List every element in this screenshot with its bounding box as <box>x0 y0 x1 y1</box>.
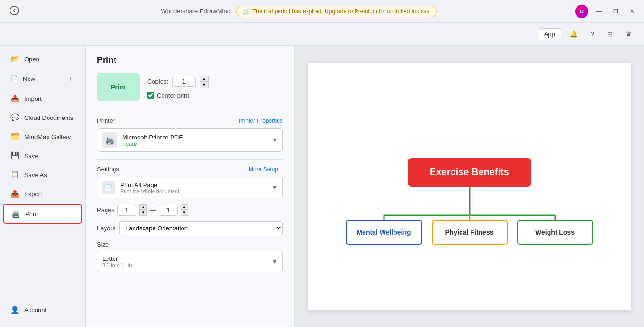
printer-info: Microsoft Print to PDF Ready <box>122 134 267 147</box>
center-print-checkbox[interactable] <box>147 92 154 99</box>
copies-section: Copies: ▲ ▼ Center print <box>147 76 209 99</box>
header-toolbar: App 🔔 ? ⊞ ♛ <box>0 23 644 46</box>
document-page: Exercise Benefits Mental Wellbeing Phyic… <box>308 63 631 310</box>
print-button-row: Print Copies: ▲ ▼ Center print <box>97 73 283 101</box>
pages-dash: — <box>150 207 156 214</box>
divider-1 <box>97 111 283 111</box>
sidebar-item-import-label: Import <box>24 95 42 102</box>
divider-2 <box>97 159 283 160</box>
cart-icon: 🛒 <box>242 8 250 15</box>
open-icon: 📂 <box>10 55 19 63</box>
crown-button[interactable]: ♛ <box>621 28 636 40</box>
center-print-row: Center print <box>147 92 209 99</box>
size-select-box[interactable]: Letter 8.5 in x 11 in ▼ <box>97 251 283 272</box>
printer-section-header: Printer Printer Properties <box>97 117 283 124</box>
copies-row: Copies: ▲ ▼ <box>147 76 209 88</box>
printer-select-box[interactable]: 🖨️ Microsoft Print to PDF Ready ▼ <box>97 128 283 152</box>
sidebar-item-save-label: Save <box>24 152 38 159</box>
more-setup-link[interactable]: More Setup... <box>249 166 283 173</box>
sidebar-item-import[interactable]: 📥 Import <box>3 89 82 108</box>
sidebar-item-saveas[interactable]: 📋 Save As <box>3 166 82 184</box>
printer-properties-link[interactable]: Printer Properties <box>239 118 283 124</box>
pages-to-spinner: ▲ ▼ <box>181 204 188 216</box>
canvas-area: Exercise Benefits Mental Wellbeing Phyic… <box>295 46 644 327</box>
mindmap-child-mental-label: Mental Wellbeing <box>356 228 411 236</box>
titlebar-right: U — ❐ ✕ <box>575 5 638 18</box>
pages-from-up[interactable]: ▲ <box>139 204 147 210</box>
print-icon: 🖨️ <box>11 209 20 218</box>
layout-row: Layout Landscape Orientation Portrait Or… <box>97 221 283 235</box>
pages-to-up[interactable]: ▲ <box>181 204 188 210</box>
printer-status: Ready <box>122 141 267 147</box>
app-button[interactable]: App <box>538 28 561 40</box>
layout-select[interactable]: Landscape Orientation Portrait Orientati… <box>119 221 283 235</box>
pages-from-spinner: ▲ ▼ <box>139 204 147 216</box>
sidebar-item-export-label: Export <box>24 190 42 198</box>
copies-input[interactable] <box>172 77 196 87</box>
titlebar-center: Wondershare EdrawMind 🛒 The trial period… <box>161 6 437 17</box>
avatar: U <box>575 5 588 18</box>
print-panel: Print Print Copies: ▲ ▼ Center print <box>86 46 295 327</box>
sidebar-item-save[interactable]: 💾 Save <box>3 147 82 165</box>
save-icon: 💾 <box>10 151 19 160</box>
print-button[interactable]: Print <box>97 73 140 101</box>
back-button[interactable] <box>6 4 23 19</box>
mindmap-svg <box>327 91 612 282</box>
copies-down-button[interactable]: ▼ <box>200 82 209 88</box>
sidebar-item-open-label: Open <box>24 56 39 63</box>
grid-icon: ⊞ <box>607 30 613 38</box>
saveas-icon: 📋 <box>10 170 19 179</box>
settings-doc-icon: 📄 <box>102 181 115 194</box>
new-icon: 📄 <box>10 75 18 82</box>
size-label: Size <box>97 241 283 248</box>
size-section: Size Letter 8.5 in x 11 in ▼ <box>97 241 283 272</box>
sidebar-item-cloud[interactable]: 💬 Cloud Documents <box>3 109 82 127</box>
gallery-icon: 🗂️ <box>10 132 19 141</box>
restore-button[interactable]: ❐ <box>609 6 622 17</box>
size-info: Letter 8.5 in x 11 in <box>102 255 132 268</box>
notification-button[interactable]: 🔔 <box>565 28 582 40</box>
printer-dropdown-arrow[interactable]: ▼ <box>272 137 278 143</box>
mindmap-root: Exercise Benefits <box>408 158 531 187</box>
mindmap-child-weight: Weight Loss <box>517 220 593 245</box>
layout-label: Layout <box>97 225 115 232</box>
settings-section-label: Settings <box>97 166 119 173</box>
sidebar-item-new[interactable]: 📄 New ＋ <box>3 69 82 89</box>
center-print-label: Center print <box>157 92 189 99</box>
minimize-button[interactable]: — <box>592 6 606 17</box>
print-panel-title: Print <box>97 55 283 65</box>
settings-option-row[interactable]: 📄 Print All Page Print the whole documen… <box>97 177 283 198</box>
main-layout: 📂 Open 📄 New ＋ 📥 Import 💬 Cloud Document… <box>0 46 644 327</box>
sidebar-item-print[interactable]: 🖨️ Print <box>3 204 82 224</box>
pages-to-input[interactable] <box>159 205 178 216</box>
size-sub: 8.5 in x 11 in <box>102 262 132 268</box>
app-brand: Wondershare EdrawMind <box>161 8 231 15</box>
trial-banner[interactable]: 🛒 The trial period has expired. Upgrade … <box>236 6 437 17</box>
printer-device-icon: 🖨️ <box>102 132 117 148</box>
settings-dropdown-arrow[interactable]: ▼ <box>272 184 278 191</box>
settings-info: Print All Page Print the whole document <box>120 181 267 194</box>
plus-icon: ＋ <box>67 74 75 84</box>
sidebar-item-gallery[interactable]: 🗂️ MindMap Gallery <box>3 128 82 146</box>
crown-icon: ♛ <box>626 30 632 38</box>
mindmap-child-physical-label: Phyical Fitness <box>445 228 494 236</box>
mindmap-root-label: Exercise Benefits <box>430 167 509 178</box>
close-button[interactable]: ✕ <box>626 6 638 17</box>
pages-from-input[interactable] <box>117 205 136 216</box>
sidebar-item-open[interactable]: 📂 Open <box>3 50 82 68</box>
export-icon: 📤 <box>10 189 19 198</box>
pages-to-down[interactable]: ▼ <box>181 210 188 216</box>
grid-button[interactable]: ⊞ <box>603 28 617 40</box>
sidebar-item-print-label: Print <box>25 210 38 218</box>
svg-point-0 <box>10 6 19 15</box>
sidebar-item-account[interactable]: 👤 Account <box>3 301 82 319</box>
copies-up-button[interactable]: ▲ <box>200 76 209 82</box>
help-button[interactable]: ? <box>586 28 599 40</box>
import-icon: 📥 <box>10 94 19 103</box>
size-main: Letter <box>102 255 132 262</box>
sidebar-item-saveas-label: Save As <box>24 171 47 178</box>
sidebar: 📂 Open 📄 New ＋ 📥 Import 💬 Cloud Document… <box>0 46 86 327</box>
pages-from-down[interactable]: ▼ <box>139 210 147 216</box>
size-dropdown-arrow[interactable]: ▼ <box>272 258 278 265</box>
sidebar-item-export[interactable]: 📤 Export <box>3 185 82 203</box>
